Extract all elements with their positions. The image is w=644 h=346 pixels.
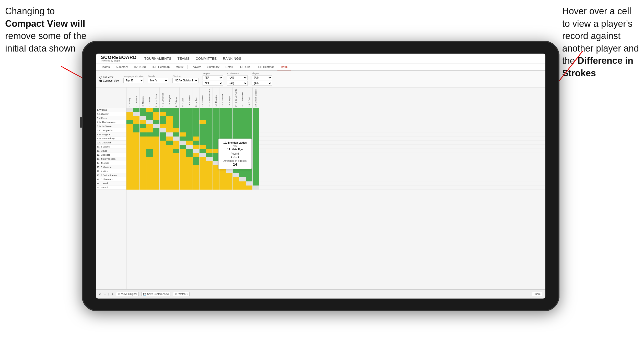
- conference-select-2[interactable]: (All): [227, 81, 248, 86]
- grid-cell-3-11[interactable]: [200, 120, 206, 124]
- grid-cell-7-12[interactable]: [206, 137, 213, 141]
- grid-cell-6-7[interactable]: [173, 132, 180, 137]
- grid-cell-18-18[interactable]: [246, 181, 253, 186]
- grid-cell-5-13[interactable]: [213, 128, 219, 132]
- grid-cell-17-6[interactable]: [166, 177, 173, 181]
- grid-cell-5-5[interactable]: [160, 128, 166, 132]
- grid-cell-10-6[interactable]: [166, 149, 173, 153]
- grid-cell-2-9[interactable]: [186, 116, 193, 120]
- grid-cell-8-8[interactable]: [180, 141, 186, 145]
- grid-cell-16-9[interactable]: [186, 173, 193, 177]
- grid-cell-4-4[interactable]: [153, 124, 160, 128]
- grid-cell-16-19[interactable]: [253, 173, 259, 177]
- grid-cell-12-11[interactable]: [200, 157, 206, 161]
- grid-cell-10-11[interactable]: [200, 149, 206, 153]
- grid-cell-8-19[interactable]: [253, 141, 259, 145]
- grid-cell-1-16[interactable]: [233, 112, 239, 116]
- grid-cell-0-19[interactable]: [253, 108, 259, 112]
- grid-cell-11-19[interactable]: [253, 153, 259, 157]
- grid-cell-14-11[interactable]: [200, 165, 206, 169]
- grid-cell-3-17[interactable]: [239, 120, 246, 124]
- grid-cell-19-17[interactable]: [239, 186, 246, 190]
- grid-cell-0-6[interactable]: [166, 108, 173, 112]
- grid-cell-6-16[interactable]: [233, 132, 239, 137]
- grid-cell-0-16[interactable]: [233, 108, 239, 112]
- grid-cell-4-17[interactable]: [239, 124, 246, 128]
- grid-cell-8-3[interactable]: [146, 141, 153, 145]
- grid-cell-9-19[interactable]: [253, 145, 259, 149]
- grid-cell-15-13[interactable]: [213, 169, 219, 173]
- grid-cell-5-7[interactable]: [173, 128, 180, 132]
- grid-cell-14-8[interactable]: [180, 165, 186, 169]
- grid-cell-1-13[interactable]: [213, 112, 219, 116]
- grid-cell-12-5[interactable]: [160, 157, 166, 161]
- grid-cell-9-7[interactable]: [173, 145, 180, 149]
- grid-cell-13-10[interactable]: [193, 161, 200, 165]
- grid-cell-15-18[interactable]: [246, 169, 253, 173]
- grid-cell-15-8[interactable]: [180, 169, 186, 173]
- grid-cell-13-8[interactable]: [180, 161, 186, 165]
- grid-cell-15-2[interactable]: [140, 169, 146, 173]
- grid-cell-1-19[interactable]: [253, 112, 259, 116]
- grid-cell-12-1[interactable]: [133, 157, 140, 161]
- grid-cell-9-8[interactable]: [180, 145, 186, 149]
- grid-cell-8-6[interactable]: [166, 141, 173, 145]
- grid-cell-15-17[interactable]: [239, 169, 246, 173]
- grid-cell-3-2[interactable]: [140, 120, 146, 124]
- grid-cell-15-15[interactable]: [226, 169, 233, 173]
- grid-cell-13-12[interactable]: [206, 161, 213, 165]
- grid-cell-5-3[interactable]: [146, 128, 153, 132]
- undo-btn[interactable]: ↩: [99, 293, 101, 295]
- grid-cell-17-11[interactable]: [200, 177, 206, 181]
- grid-cell-16-6[interactable]: [166, 173, 173, 177]
- grid-cell-2-17[interactable]: [239, 116, 246, 120]
- grid-cell-11-2[interactable]: [140, 153, 146, 157]
- grid-cell-17-18[interactable]: [246, 177, 253, 181]
- grid-cell-6-1[interactable]: [133, 132, 140, 137]
- grid-cell-15-4[interactable]: [153, 169, 160, 173]
- grid-cell-5-18[interactable]: [246, 128, 253, 132]
- grid-cell-18-19[interactable]: [253, 181, 259, 186]
- grid-cell-18-0[interactable]: [126, 181, 133, 186]
- grid-cell-17-4[interactable]: [153, 177, 160, 181]
- grid-cell-12-3[interactable]: [146, 157, 153, 161]
- grid-cell-5-9[interactable]: [186, 128, 193, 132]
- grid-cell-1-17[interactable]: [239, 112, 246, 116]
- grid-cell-8-5[interactable]: [160, 141, 166, 145]
- grid-cell-18-13[interactable]: [213, 181, 219, 186]
- grid-cell-10-2[interactable]: [140, 149, 146, 153]
- grid-cell-2-18[interactable]: [246, 116, 253, 120]
- nav-committee[interactable]: COMMITTEE: [196, 56, 217, 61]
- grid-cell-16-12[interactable]: [206, 173, 213, 177]
- save-custom-btn[interactable]: 💾 Save Custom View: [141, 292, 170, 296]
- grid-cell-4-19[interactable]: [253, 124, 259, 128]
- grid-cell-5-1[interactable]: [133, 128, 140, 132]
- grid-cell-5-4[interactable]: [153, 128, 160, 132]
- grid-cell-15-1[interactable]: [133, 169, 140, 173]
- grid-cell-10-10[interactable]: [193, 149, 200, 153]
- grid-cell-15-7[interactable]: [173, 169, 180, 173]
- grid-cell-4-0[interactable]: [126, 124, 133, 128]
- grid-cell-19-8[interactable]: [180, 186, 186, 190]
- grid-cell-7-7[interactable]: [173, 137, 180, 141]
- grid-cell-5-19[interactable]: [253, 128, 259, 132]
- grid-cell-6-13[interactable]: [213, 132, 219, 137]
- grid-cell-1-11[interactable]: [200, 112, 206, 116]
- grid-cell-19-6[interactable]: [166, 186, 173, 190]
- grid-cell-12-19[interactable]: [253, 157, 259, 161]
- grid-cell-3-19[interactable]: [253, 120, 259, 124]
- grid-cell-7-9[interactable]: [186, 137, 193, 141]
- grid-cell-5-14[interactable]: [219, 128, 226, 132]
- share-btn[interactable]: Share: [532, 292, 542, 296]
- grid-cell-3-10[interactable]: [193, 120, 200, 124]
- tab-players[interactable]: Players: [189, 64, 204, 70]
- grid-cell-3-0[interactable]: [126, 120, 133, 124]
- nav-teams[interactable]: TEAMS: [178, 56, 190, 61]
- grid-cell-13-11[interactable]: [200, 161, 206, 165]
- grid-cell-10-7[interactable]: [173, 149, 180, 153]
- grid-cell-18-10[interactable]: [193, 181, 200, 186]
- grid-cell-7-8[interactable]: [180, 137, 186, 141]
- grid-cell-15-9[interactable]: [186, 169, 193, 173]
- grid-cell-0-5[interactable]: [160, 108, 166, 112]
- grid-cell-2-1[interactable]: [133, 116, 140, 120]
